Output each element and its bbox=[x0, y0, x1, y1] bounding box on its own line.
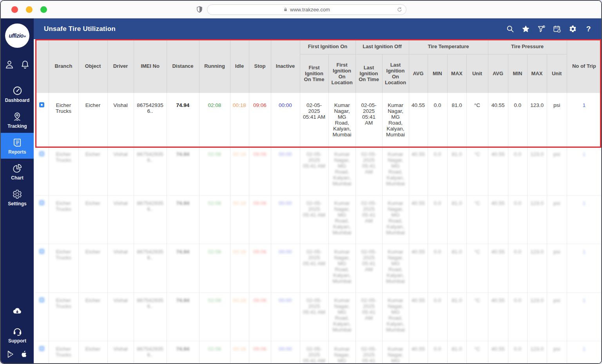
cell-tire-pressure-avg: 40.55 bbox=[491, 200, 505, 206]
cell-imei: 8675429356.. bbox=[136, 297, 165, 309]
notifications-bell-icon[interactable] bbox=[20, 60, 30, 70]
column-header-tp-min: MIN bbox=[508, 54, 527, 93]
apple-icon[interactable] bbox=[20, 350, 28, 359]
table-row: Eicher TrucksEicherVishal8675429356..74.… bbox=[35, 195, 601, 244]
cell-tire-temp-min: 0.0 bbox=[434, 249, 441, 255]
cell-first-ignition-on-location: Kumar Nagar, MG Road, Kalyan, Mumbai bbox=[331, 249, 354, 284]
cell-tire-temp-max: 81.0 bbox=[452, 346, 462, 352]
cell-tire-temp-max: 81.0 bbox=[452, 297, 462, 303]
cell-inactive: 00:00 bbox=[279, 346, 292, 352]
close-window-button[interactable] bbox=[11, 6, 18, 13]
cell-idle: 00:18 bbox=[233, 102, 246, 108]
column-header-stop: Stop bbox=[249, 39, 271, 93]
cell-first-ignition-on-time: 02-05-2025 05:41 AM bbox=[302, 200, 326, 218]
column-header-no-of-trip: No of Trip bbox=[567, 39, 601, 93]
table-row: Eicher TrucksEicherVishal8675429356..74.… bbox=[35, 147, 601, 195]
star-favorite-icon[interactable] bbox=[522, 25, 530, 33]
page-title: Unsafe Tire Utilization bbox=[44, 25, 116, 33]
cell-no-of-trip-link[interactable]: 1 bbox=[583, 151, 586, 157]
cell-distance: 74.94 bbox=[176, 346, 190, 352]
cell-distance: 74.94 bbox=[176, 200, 190, 206]
cell-stop: 09:06 bbox=[253, 297, 267, 303]
cell-tire-temp-max: 81.0 bbox=[452, 200, 462, 206]
cell-idle: 00:18 bbox=[233, 249, 246, 255]
search-icon[interactable] bbox=[506, 25, 514, 33]
column-header-tp-unit: Unit bbox=[547, 54, 567, 93]
sidebar-item-settings[interactable]: Settings bbox=[1, 185, 34, 210]
cell-first-ignition-on-location: Kumar Nagar, MG Road, Kalyan, Mumbai bbox=[331, 102, 354, 138]
cell-branch: Eicher Trucks bbox=[51, 151, 76, 163]
report-content: Branch Object Driver IMEI No Distance Ru… bbox=[34, 39, 601, 364]
vehicle-status-icon[interactable] bbox=[39, 346, 44, 351]
cell-inactive: 00:00 bbox=[279, 249, 292, 255]
cell-tire-temp-avg: 40.55 bbox=[412, 102, 425, 108]
group-header-tire-pressure: Tire Pressure bbox=[488, 39, 567, 54]
cell-tire-pressure-unit: psi bbox=[553, 297, 560, 303]
cell-tire-pressure-max: 123.0 bbox=[530, 200, 544, 206]
cell-tire-pressure-unit: psi bbox=[553, 346, 560, 352]
sidebar-item-support[interactable]: Support bbox=[1, 326, 34, 348]
cell-object: Eicher bbox=[85, 151, 100, 157]
url-bar[interactable]: www.trakzee.com bbox=[207, 4, 406, 15]
cell-tire-pressure-max: 123.0 bbox=[530, 151, 544, 157]
cell-tire-temp-avg: 40.55 bbox=[412, 297, 425, 303]
cell-driver: Vishal bbox=[113, 297, 128, 303]
column-header-distance: Distance bbox=[167, 39, 199, 93]
sidebar-item-tracking[interactable]: Tracking bbox=[1, 107, 34, 133]
help-icon[interactable]: ? bbox=[584, 25, 593, 33]
cell-no-of-trip-link[interactable]: 1 bbox=[583, 297, 586, 303]
cell-stop: 09:06 bbox=[253, 249, 267, 255]
column-header-first-ignition-on-time: First Ignition On Time bbox=[300, 54, 328, 93]
cell-last-ignition-on-time: 02-05-2025 05:41 AM bbox=[358, 151, 380, 175]
cell-tire-pressure-max: 123.0 bbox=[530, 297, 544, 303]
calendar-schedule-icon[interactable] bbox=[553, 25, 561, 33]
column-header-tt-max: MAX bbox=[447, 54, 466, 93]
maximize-window-button[interactable] bbox=[40, 6, 47, 13]
cell-branch: Eicher Trucks bbox=[51, 249, 76, 261]
vehicle-status-icon[interactable] bbox=[39, 297, 44, 302]
cell-last-ignition-on-location: Kumar Nagar, MG Road, Kalyan, Mumbai bbox=[384, 200, 407, 235]
vehicle-status-icon[interactable] bbox=[39, 151, 44, 156]
cell-no-of-trip-link[interactable]: 1 bbox=[583, 346, 586, 352]
cell-tire-temp-avg: 40.55 bbox=[412, 151, 425, 157]
minimize-window-button[interactable] bbox=[26, 6, 33, 13]
cell-distance: 74.94 bbox=[176, 151, 190, 157]
cell-tire-pressure-avg: 40.55 bbox=[491, 151, 505, 157]
sidebar-item-dashboard[interactable]: Dashboard bbox=[1, 81, 34, 107]
vehicle-status-icon[interactable] bbox=[39, 249, 44, 254]
cell-stop: 09:06 bbox=[253, 346, 267, 352]
table-row: Eicher TrucksEicherVishal8675429356..74.… bbox=[35, 341, 601, 364]
cell-tire-temp-min: 0.0 bbox=[434, 200, 441, 206]
cell-no-of-trip-link[interactable]: 1 bbox=[583, 249, 586, 255]
sidebar-item-reports[interactable]: Reports bbox=[1, 133, 34, 159]
column-header-tt-avg: AVG bbox=[409, 54, 428, 93]
cell-tire-pressure-max: 123.0 bbox=[530, 102, 544, 108]
cell-distance: 74.94 bbox=[176, 297, 190, 303]
column-header-object: Object bbox=[78, 39, 107, 93]
column-header-idle: Idle bbox=[230, 39, 249, 93]
cell-tire-temp-min: 0.0 bbox=[434, 297, 441, 303]
column-header-icon bbox=[35, 39, 49, 93]
cell-object: Eicher bbox=[85, 200, 100, 206]
cell-last-ignition-on-time: 02-05-2025 05:41 AM bbox=[358, 249, 380, 272]
cloud-download-icon[interactable] bbox=[11, 306, 24, 316]
filter-icon[interactable] bbox=[537, 25, 546, 33]
sidebar-item-chart[interactable]: Chart bbox=[1, 159, 34, 185]
shield-privacy-icon[interactable] bbox=[196, 5, 203, 13]
google-play-icon[interactable] bbox=[6, 350, 15, 359]
uffizio-logo[interactable]: uffizio bbox=[5, 24, 29, 48]
cell-branch: Eicher Trucks bbox=[51, 200, 76, 212]
vehicle-status-icon[interactable] bbox=[39, 102, 44, 107]
reload-icon[interactable] bbox=[397, 7, 403, 13]
cell-last-ignition-on-location: Kumar Nagar, MG Road, Kalyan, Mumbai bbox=[384, 151, 407, 187]
cell-running: 02:08 bbox=[208, 151, 221, 157]
settings-gear-icon[interactable] bbox=[569, 25, 577, 33]
group-header-tire-temperature: Tire Temperature bbox=[409, 39, 488, 54]
cell-no-of-trip-link[interactable]: 1 bbox=[583, 200, 586, 206]
cell-tire-pressure-min: 0.0 bbox=[514, 151, 521, 157]
cell-tire-temp-min: 0.0 bbox=[434, 151, 441, 157]
cell-last-ignition-on-time: 02-05-2025 05:41 AM bbox=[358, 346, 380, 364]
cell-no-of-trip-link[interactable]: 1 bbox=[583, 102, 586, 108]
vehicle-status-icon[interactable] bbox=[39, 200, 44, 205]
user-icon[interactable] bbox=[4, 60, 15, 70]
